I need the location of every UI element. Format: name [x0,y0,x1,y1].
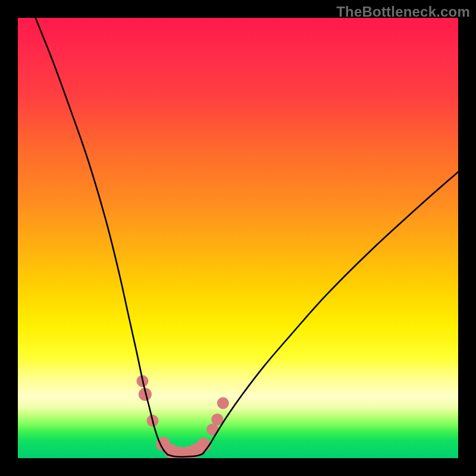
chart-canvas: TheBottleneck.com [0,0,476,476]
curve-right-curve [203,172,458,454]
highlight-marker [217,397,229,409]
marker-layer [136,375,228,459]
plot-area [18,18,458,458]
curve-layer [36,18,458,457]
chart-svg [18,18,458,458]
